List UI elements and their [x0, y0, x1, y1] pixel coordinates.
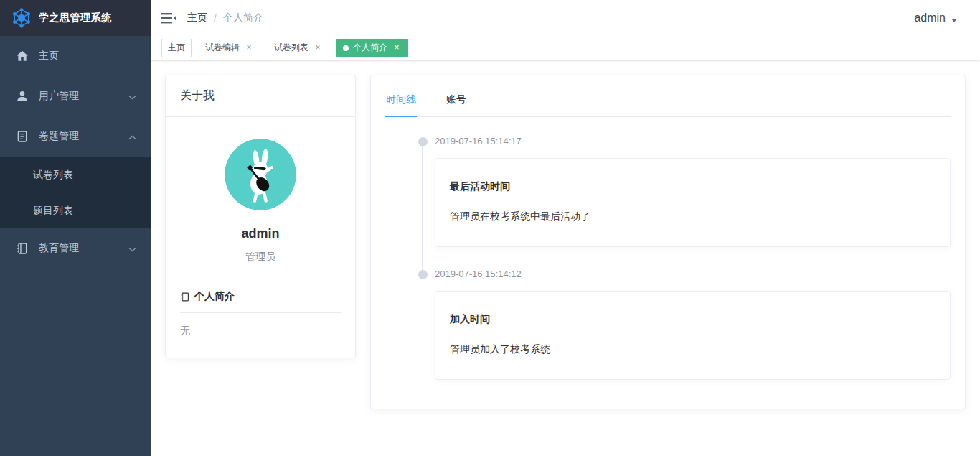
chevron-down-icon [128, 243, 136, 254]
profile-role: 管理员 [180, 251, 341, 264]
avatar [225, 139, 296, 210]
activity-card: 时间线 账号 2019-07-16 15:14:17 最后活动时间 管理员在校考… [370, 75, 966, 409]
timeline-entry-title: 最后活动时间 [450, 180, 936, 193]
close-icon[interactable]: × [392, 43, 402, 53]
close-icon[interactable]: × [244, 43, 254, 53]
divider [180, 312, 341, 313]
timeline-item: 2019-07-16 15:14:17 最后活动时间 管理员在校考系统中最后活动… [418, 136, 951, 247]
app-window: 学之思管理系统 主页 用户管理 [0, 0, 980, 456]
close-icon[interactable]: × [313, 43, 323, 53]
breadcrumb: 主页 / 个人简介 [187, 11, 263, 24]
timeline-dot [418, 270, 428, 279]
page-content: 关于我 [151, 60, 980, 456]
sidebar-item-exam-paper-list[interactable]: 试卷列表 [0, 157, 151, 192]
tag-exam-list[interactable]: 试卷列表 × [268, 39, 329, 57]
tag-label: 试卷编辑 [205, 42, 240, 54]
tab-account[interactable]: 账号 [446, 87, 467, 116]
timeline-entry-title: 加入时间 [450, 313, 936, 326]
sidebar-item-label: 卷题管理 [39, 130, 79, 143]
user-dropdown[interactable]: admin [914, 11, 966, 24]
sidebar-item-education-management[interactable]: 教育管理 [0, 228, 151, 269]
sidebar-item-label: 题目列表 [33, 205, 73, 216]
sidebar-menu: 主页 用户管理 卷题管理 [0, 36, 151, 456]
about-me-card: 关于我 [165, 75, 356, 358]
sidebar-item-label: 主页 [39, 50, 59, 62]
app-logo-icon [11, 8, 32, 28]
timeline-entry-text: 管理员加入了校考系统 [450, 343, 936, 356]
timeline-entry-card: 最后活动时间 管理员在校考系统中最后活动了 [435, 158, 951, 247]
app-title: 学之思管理系统 [39, 11, 112, 24]
sidebar-item-user-management[interactable]: 用户管理 [0, 76, 151, 116]
timeline-entry-card: 加入时间 管理员加入了校考系统 [435, 291, 951, 380]
app-logo[interactable]: 学之思管理系统 [0, 0, 151, 36]
profile-bio: 无 [180, 325, 341, 338]
username-label: admin [914, 11, 946, 24]
timeline-entry-text: 管理员在校考系统中最后活动了 [450, 210, 936, 223]
notebook-icon [180, 292, 190, 302]
sidebar-item-question-list[interactable]: 题目列表 [0, 192, 151, 228]
tag-exam-edit[interactable]: 试卷编辑 × [199, 39, 260, 57]
timeline: 2019-07-16 15:14:17 最后活动时间 管理员在校考系统中最后活动… [418, 136, 951, 380]
book-icon [16, 242, 29, 255]
sidebar-item-label: 试卷列表 [33, 169, 73, 180]
chevron-up-icon [128, 131, 136, 142]
breadcrumb-home[interactable]: 主页 [187, 11, 207, 24]
tag-label: 主页 [168, 42, 185, 54]
active-dot [343, 45, 349, 51]
tab-timeline[interactable]: 时间线 [385, 87, 417, 116]
profile-section-header: 个人简介 [180, 290, 341, 303]
home-icon [16, 50, 29, 62]
paper-icon [16, 130, 29, 143]
breadcrumb-current: 个人简介 [223, 11, 263, 24]
timeline-timestamp: 2019-07-16 15:14:17 [435, 136, 951, 146]
tag-home[interactable]: 主页 [161, 39, 192, 57]
user-icon [16, 90, 29, 103]
about-card-body: admin 管理员 个人简介 无 [166, 117, 355, 358]
sidebar-item-paper-management[interactable]: 卷题管理 [0, 116, 151, 157]
chevron-down-icon [128, 90, 136, 102]
hamburger-icon[interactable] [161, 11, 176, 25]
sidebar-submenu-paper: 试卷列表 题目列表 [0, 157, 151, 228]
sidebar-item-label: 用户管理 [39, 90, 79, 103]
sidebar-item-home[interactable]: 主页 [0, 36, 151, 76]
tags-view-bar: 主页 试卷编辑 × 试卷列表 × 个人简介 × [151, 36, 980, 60]
timeline-item: 2019-07-16 15:14:12 加入时间 管理员加入了校考系统 [418, 269, 951, 380]
timeline-dot [418, 137, 428, 146]
activity-tabs: 时间线 账号 [385, 87, 951, 117]
main-area: 主页 / 个人简介 admin 主页 试卷编辑 × 试卷列表 × [151, 0, 980, 456]
breadcrumb-separator: / [214, 12, 217, 24]
tag-label: 个人简介 [353, 42, 387, 54]
profile-username: admin [180, 226, 341, 241]
sidebar: 学之思管理系统 主页 用户管理 [0, 0, 151, 456]
sidebar-item-label: 教育管理 [39, 242, 79, 255]
navbar: 主页 / 个人简介 admin [151, 0, 980, 36]
tag-profile-active[interactable]: 个人简介 × [336, 39, 408, 57]
caret-down-icon [951, 19, 957, 22]
timeline-timestamp: 2019-07-16 15:14:12 [435, 269, 951, 279]
tag-label: 试卷列表 [274, 42, 308, 54]
profile-section-title: 个人简介 [194, 290, 235, 303]
about-card-title: 关于我 [166, 75, 355, 117]
